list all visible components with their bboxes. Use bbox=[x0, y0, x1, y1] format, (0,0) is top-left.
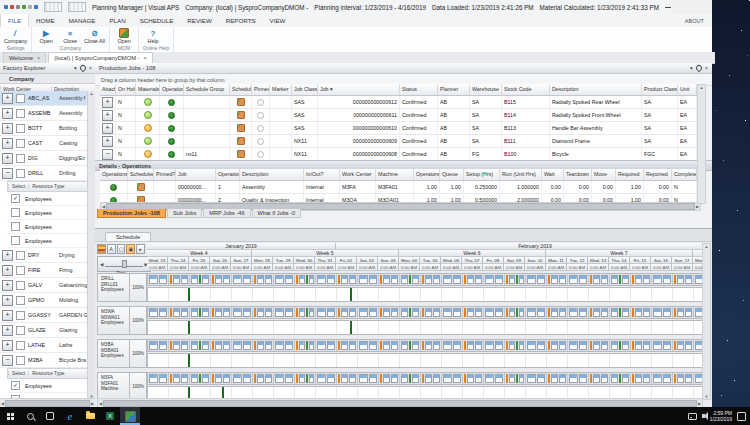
ops-column-header-teardown[interactable]: Teardown bbox=[564, 169, 592, 181]
expand-icon[interactable]: + bbox=[102, 123, 113, 134]
expand-icon[interactable]: + bbox=[2, 93, 13, 104]
gantt-area[interactable] bbox=[147, 273, 703, 302]
qat-icon[interactable] bbox=[28, 5, 32, 9]
expand-icon[interactable]: + bbox=[2, 153, 13, 164]
resource-label[interactable]: M3BAM3BA01Employees bbox=[97, 339, 130, 368]
ribbon-tab-reports[interactable]: REPORTS bbox=[219, 14, 263, 27]
ops-column-header-completed[interactable]: Completed? bbox=[672, 169, 697, 181]
work-center-checkbox[interactable] bbox=[16, 281, 25, 290]
gantt-area[interactable] bbox=[147, 372, 703, 401]
work-center-checkbox[interactable] bbox=[16, 266, 25, 275]
zoom-out-icon[interactable]: A bbox=[107, 244, 116, 254]
close-panel-icon[interactable]: × bbox=[89, 65, 92, 71]
bottom-tab-production-jobs-108[interactable]: Production Jobs -108 bbox=[97, 209, 166, 218]
search-button[interactable] bbox=[20, 407, 40, 425]
task-view-button[interactable] bbox=[40, 407, 60, 425]
close-panel-icon[interactable]: × bbox=[705, 65, 708, 71]
resource-row[interactable]: ✓Employees bbox=[7, 192, 88, 206]
expand-icon[interactable]: + bbox=[102, 110, 113, 121]
ribbon-tab-manage[interactable]: MANAGE bbox=[62, 14, 103, 27]
jobs-column-header-on-hold[interactable]: On Hold bbox=[116, 84, 136, 96]
pin-icon[interactable] bbox=[695, 64, 703, 72]
collapse-icon[interactable]: − bbox=[102, 149, 113, 160]
resource-row[interactable]: Employees bbox=[7, 234, 88, 248]
work-center-row-galv[interactable]: +GALVGalvanizing bbox=[0, 278, 88, 293]
resource-column-header[interactable]: Select bbox=[8, 184, 28, 189]
zoom-in-icon[interactable]: ▣ bbox=[126, 244, 135, 254]
bottom-tab-what-if-jobs-0[interactable]: What If Jobs -0 bbox=[252, 209, 302, 218]
jobs-column-header-scheduled[interactable]: Scheduled? bbox=[230, 84, 252, 96]
work-center-row-gpmo[interactable]: +GPMOMolding bbox=[0, 293, 88, 308]
work-center-row-ggassy[interactable]: +GGASSYGARDEN GA bbox=[0, 308, 88, 323]
work-center-checkbox[interactable] bbox=[16, 311, 25, 320]
ops-column-header-in-out[interactable]: In/Out? bbox=[304, 169, 340, 181]
expand-icon[interactable]: + bbox=[2, 340, 13, 351]
ribbon-button-help-online-help[interactable]: ?Help bbox=[143, 28, 163, 45]
work-center-row-cast[interactable]: +CASTCasting bbox=[0, 136, 88, 151]
toolbar-grid-icon[interactable] bbox=[68, 2, 86, 12]
work-center-checkbox[interactable] bbox=[16, 356, 25, 365]
expand-icon[interactable]: + bbox=[2, 108, 13, 119]
jobs-column-header-warehouse[interactable]: Warehouse bbox=[470, 84, 502, 96]
minimize-button[interactable] bbox=[665, 7, 671, 8]
ops-column-header-setup-hrs[interactable]: Setup (Hrs) bbox=[464, 169, 500, 181]
work-center-row-glaze[interactable]: +GLAZEGlazing bbox=[0, 323, 88, 338]
resource-label[interactable]: M3WAM3WA01Employees bbox=[97, 306, 130, 335]
ops-column-header-move[interactable]: Move bbox=[592, 169, 616, 181]
ribbon-button-close-all-company[interactable]: ⊘Close All bbox=[84, 28, 105, 45]
expand-icon[interactable]: + bbox=[102, 136, 113, 147]
file-explorer-button[interactable] bbox=[80, 407, 100, 425]
resource-select-checkbox[interactable] bbox=[11, 236, 20, 245]
ops-column-header-wait[interactable]: Wait bbox=[542, 169, 564, 181]
row-expander-cell[interactable]: + bbox=[100, 109, 116, 122]
schedule-tab[interactable]: Schedule bbox=[105, 232, 151, 241]
work-center-checkbox[interactable] bbox=[16, 251, 25, 260]
work-center-checkbox[interactable] bbox=[16, 139, 25, 148]
jobs-column-header-status[interactable]: Status bbox=[400, 84, 438, 96]
slider-left-arrow-icon[interactable]: ◀ bbox=[100, 262, 103, 267]
ribbon-button-company-settings[interactable]: /Company bbox=[4, 28, 27, 45]
jobs-column-header-description[interactable]: Description bbox=[550, 84, 642, 96]
zoom-fit-icon[interactable]: ▢ bbox=[117, 244, 126, 254]
collapse-icon[interactable]: − bbox=[2, 168, 13, 179]
qat-icon[interactable] bbox=[4, 5, 8, 9]
work-center-row-abc-as[interactable]: +ABC_ASAssembly f bbox=[0, 91, 88, 106]
resource-row[interactable]: ✓Employees bbox=[7, 379, 88, 393]
row-expander-cell[interactable]: + bbox=[100, 96, 116, 109]
ops-column-header-operations[interactable]: Operations? bbox=[100, 169, 128, 181]
work-center-checkbox[interactable] bbox=[16, 296, 25, 305]
chat-icon[interactable] bbox=[688, 413, 697, 420]
work-center-checkbox[interactable] bbox=[16, 341, 25, 350]
ribbon-button-close-company[interactable]: ×Close bbox=[60, 28, 80, 45]
pin-icon[interactable] bbox=[79, 64, 87, 72]
gantt-area[interactable] bbox=[147, 306, 703, 335]
ribbon-button-open-mom[interactable]: Open bbox=[114, 28, 134, 45]
qat-icon[interactable] bbox=[34, 5, 38, 9]
ribbon-tab-file[interactable]: FILE bbox=[0, 14, 29, 27]
document-tab-welcome[interactable]: Welcome× bbox=[3, 52, 46, 63]
document-tab-local-sysprocompanydmom[interactable]: (local) | SysproCompanyDMOM -× bbox=[48, 52, 152, 63]
resource-column-header[interactable]: Resource Type bbox=[28, 371, 67, 376]
expand-icon[interactable]: + bbox=[2, 325, 13, 336]
jobs-column-header-stock-code[interactable]: Stock Code bbox=[502, 84, 550, 96]
work-center-checkbox[interactable] bbox=[16, 109, 25, 118]
taskbar-clock[interactable]: 2:59 PM 1/23/2019 bbox=[710, 410, 732, 422]
work-center-checkbox[interactable] bbox=[16, 154, 25, 163]
ops-column-header-machine[interactable]: Machine bbox=[376, 169, 414, 181]
work-center-checkbox[interactable] bbox=[16, 94, 25, 103]
excel-button[interactable]: X bbox=[100, 407, 120, 425]
resource-select-checkbox[interactable]: ✓ bbox=[11, 194, 20, 203]
ribbon-tab-home[interactable]: HOME bbox=[29, 14, 62, 27]
row-expander-cell[interactable]: + bbox=[100, 122, 116, 135]
qat-icon[interactable] bbox=[16, 5, 20, 9]
start-button[interactable] bbox=[0, 407, 20, 425]
schedule-vertical-scrollbar[interactable]: ▲▼ bbox=[702, 243, 711, 400]
ops-column-header-job[interactable]: Job bbox=[176, 169, 216, 181]
ops-column-header-operation[interactable]: Operation bbox=[216, 169, 240, 181]
ops-column-header-required[interactable]: Required bbox=[616, 169, 644, 181]
work-center-row-bott[interactable]: +BOTTBottling bbox=[0, 121, 88, 136]
ribbon-button-open-company[interactable]: ▶Open bbox=[36, 28, 56, 45]
work-center-row-assemb[interactable]: +ASSEMBAssembly bbox=[0, 106, 88, 121]
gantt-area[interactable] bbox=[147, 339, 703, 368]
expand-icon[interactable]: + bbox=[102, 97, 113, 108]
